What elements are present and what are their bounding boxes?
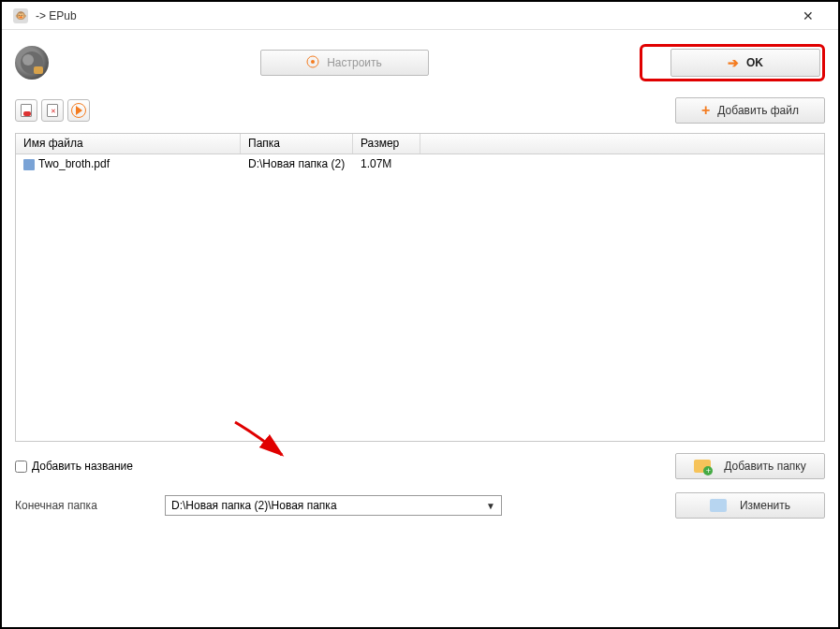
plus-icon: + <box>701 102 710 119</box>
document-clear-icon <box>47 104 58 117</box>
settings-button[interactable]: Настроить <box>260 50 429 76</box>
change-label: Изменить <box>740 499 790 512</box>
svg-point-1 <box>22 54 34 66</box>
file-icon <box>23 159 35 170</box>
cell-folder: D:\Новая папка (2) <box>241 154 353 173</box>
change-button[interactable]: Изменить <box>675 492 825 519</box>
cell-filename: Two_broth.pdf <box>16 154 241 173</box>
chevron-down-icon: ▼ <box>486 501 495 511</box>
header-filename[interactable]: Имя файла <box>16 134 241 154</box>
settings-label: Настроить <box>327 56 382 69</box>
dest-folder-label: Конечная папка <box>15 499 118 512</box>
ok-button[interactable]: ➔ OK <box>671 49 820 77</box>
app-icon: 🐵 <box>13 8 28 23</box>
play-icon <box>71 103 86 118</box>
dest-folder-value: D:\Новая папка (2)\Новая папка <box>171 499 337 512</box>
ok-highlight: ➔ OK <box>640 44 825 81</box>
add-file-button[interactable]: + Добавить файл <box>675 97 825 124</box>
play-button[interactable] <box>67 99 90 122</box>
folder-icon <box>710 499 727 512</box>
app-logo <box>15 46 49 80</box>
dest-folder-combo[interactable]: D:\Новая папка (2)\Новая папка ▼ <box>165 495 502 516</box>
clear-file-button[interactable] <box>41 99 64 122</box>
folder-plus-icon <box>694 460 711 473</box>
close-button[interactable]: ✕ <box>789 8 827 23</box>
window-title: -> EPub <box>36 9 77 22</box>
header-folder[interactable]: Папка <box>241 134 353 154</box>
arrow-right-icon: ➔ <box>728 55 739 70</box>
gear-icon <box>306 55 319 71</box>
svg-rect-2 <box>34 66 43 74</box>
remove-file-button[interactable] <box>15 99 37 122</box>
svg-point-4 <box>311 60 315 64</box>
header-size[interactable]: Размер <box>353 134 420 154</box>
ok-label: OK <box>746 56 763 69</box>
titlebar: 🐵 -> EPub ✕ <box>2 2 838 30</box>
document-remove-icon <box>21 104 32 117</box>
add-title-label: Добавить название <box>32 460 133 473</box>
add-folder-button[interactable]: Добавить папку <box>675 453 825 479</box>
table-header: Имя файла Папка Размер <box>16 134 824 154</box>
cell-size: 1.07M <box>353 154 420 173</box>
add-title-checkbox[interactable] <box>15 461 27 473</box>
file-table: Имя файла Папка Размер Two_broth.pdf D:\… <box>15 133 825 442</box>
table-row[interactable]: Two_broth.pdf D:\Новая папка (2) 1.07M <box>16 154 824 173</box>
add-file-label: Добавить файл <box>717 104 799 117</box>
add-folder-label: Добавить папку <box>724 460 805 473</box>
